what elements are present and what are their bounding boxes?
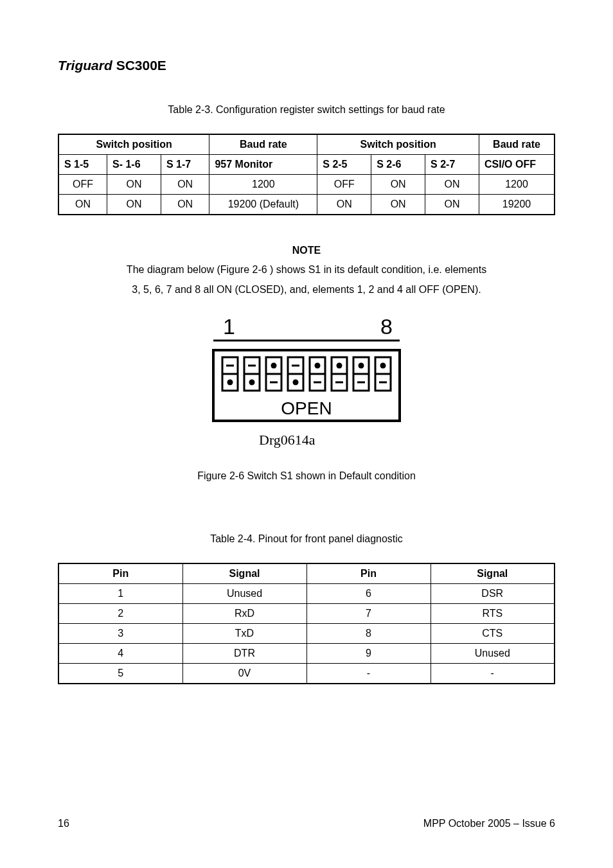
figure-caption: Figure 2-6 Switch S1 shown in Default co… xyxy=(58,470,555,482)
t1-cell: 19200 (Default) xyxy=(209,195,317,215)
title-bold: SC300E xyxy=(112,58,166,73)
t1-cell: ON xyxy=(161,195,209,215)
t1-head-sp2: Switch position xyxy=(317,134,479,155)
open-label: OPEN xyxy=(281,398,332,418)
t1-cell: ON xyxy=(161,175,209,195)
t1-cell: ON xyxy=(58,195,107,215)
svg-point-20 xyxy=(315,363,321,369)
t2-cell: 7 xyxy=(306,604,431,624)
t1-cell: 1200 xyxy=(209,175,317,195)
table-row: ON ON ON 19200 (Default) ON ON ON 19200 xyxy=(58,195,555,215)
t1-head-br2: Baud rate xyxy=(479,134,555,155)
t2-cell: 0V xyxy=(182,664,306,684)
page-number: 16 xyxy=(58,818,69,829)
t2-cell: DTR xyxy=(182,644,306,664)
t1-cell: OFF xyxy=(58,175,107,195)
t1-cell: ON xyxy=(107,175,161,195)
table-row: 3 TxD 8 CTS xyxy=(58,624,555,644)
t2-head: Pin xyxy=(306,563,431,584)
t1-sub: S 1-7 xyxy=(161,155,209,175)
t2-head: Signal xyxy=(431,563,555,584)
t1-head-br1: Baud rate xyxy=(209,134,317,155)
t2-cell: 3 xyxy=(58,624,182,644)
t1-sub: S 2-6 xyxy=(371,155,425,175)
t1-cell: ON xyxy=(425,175,479,195)
table-row: 1 Unused 6 DSR xyxy=(58,584,555,604)
t1-cell: ON xyxy=(107,195,161,215)
svg-point-24 xyxy=(337,363,342,369)
t1-cell: ON xyxy=(425,195,479,215)
page-title: Triguard SC300E xyxy=(58,58,555,73)
t2-cell: Unused xyxy=(431,644,555,664)
t2-cell: 4 xyxy=(58,644,182,664)
t2-cell: 2 xyxy=(58,604,182,624)
table1-caption: Table 2-3. Configuration register switch… xyxy=(58,104,555,116)
t1-sub: S 1-5 xyxy=(58,155,107,175)
t1-sub: S- 1-6 xyxy=(107,155,161,175)
t1-cell: ON xyxy=(371,175,425,195)
issue-text: MPP October 2005 – Issue 6 xyxy=(423,818,555,829)
t1-head-sp1: Switch position xyxy=(58,134,209,155)
switch-diagram: 1 8 OPEN xyxy=(200,315,413,424)
t1-sub: S 2-7 xyxy=(425,155,479,175)
svg-point-4 xyxy=(227,380,233,385)
fig-num-left: 1 xyxy=(223,315,235,339)
note-line: The diagram below (Figure 2-6 ) shows S1… xyxy=(58,260,555,279)
t1-cell: 1200 xyxy=(479,175,555,195)
note-line: 3, 5, 6, 7 and 8 all ON (CLOSED), and, e… xyxy=(58,280,555,299)
t1-cell: ON xyxy=(317,195,371,215)
svg-point-16 xyxy=(293,380,299,385)
t2-cell: RxD xyxy=(182,604,306,624)
t2-cell: - xyxy=(431,664,555,684)
t2-cell: 9 xyxy=(306,644,431,664)
t2-cell: 6 xyxy=(306,584,431,604)
baud-rate-table: Switch position Baud rate Switch positio… xyxy=(58,134,555,215)
t1-cell: OFF xyxy=(317,175,371,195)
drawing-number: Drg0614a xyxy=(259,432,555,448)
t1-cell: ON xyxy=(371,195,425,215)
t1-cell: 19200 xyxy=(479,195,555,215)
t1-sub: CSI/O OFF xyxy=(479,155,555,175)
t2-cell: Unused xyxy=(182,584,306,604)
t2-cell: DSR xyxy=(431,584,555,604)
t2-cell: 8 xyxy=(306,624,431,644)
t1-sub: 957 Monitor xyxy=(209,155,317,175)
t2-cell: TxD xyxy=(182,624,306,644)
t1-sub: S 2-5 xyxy=(317,155,371,175)
t2-cell: 5 xyxy=(58,664,182,684)
t2-cell: CTS xyxy=(431,624,555,644)
note-label: NOTE xyxy=(58,241,555,260)
t2-cell: - xyxy=(306,664,431,684)
table-row: OFF ON ON 1200 OFF ON ON 1200 xyxy=(58,175,555,195)
pinout-table: Pin Signal Pin Signal 1 Unused 6 DSR 2 R… xyxy=(58,563,555,684)
svg-point-12 xyxy=(271,363,277,369)
t2-cell: RTS xyxy=(431,604,555,624)
title-italic: Triguard xyxy=(58,58,112,73)
svg-point-8 xyxy=(249,380,255,385)
svg-point-28 xyxy=(359,363,364,369)
table-row: 5 0V - - xyxy=(58,664,555,684)
note-block: NOTE The diagram below (Figure 2-6 ) sho… xyxy=(58,241,555,299)
table2-caption: Table 2-4. Pinout for front panel diagno… xyxy=(58,533,555,545)
t2-head: Pin xyxy=(58,563,182,584)
t2-head: Signal xyxy=(182,563,306,584)
table-row: 4 DTR 9 Unused xyxy=(58,644,555,664)
fig-num-right: 8 xyxy=(380,315,393,339)
t2-cell: 1 xyxy=(58,584,182,604)
svg-point-32 xyxy=(380,363,386,369)
page-footer: 16 MPP October 2005 – Issue 6 xyxy=(58,818,555,829)
table-row: 2 RxD 7 RTS xyxy=(58,604,555,624)
